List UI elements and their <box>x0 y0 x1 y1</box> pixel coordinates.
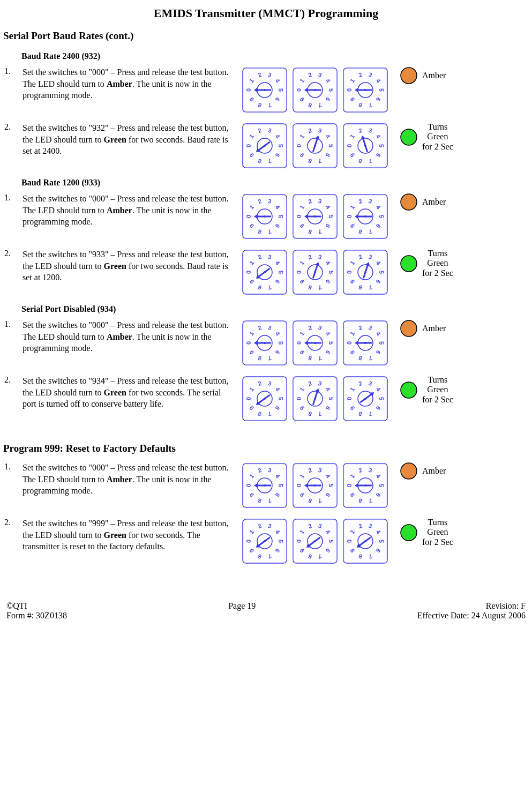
svg-point-145 <box>364 215 366 218</box>
led-status: TurnsGreenfor 2 Sec <box>398 249 518 278</box>
svg-point-48 <box>401 68 417 84</box>
svg-text:0: 0 <box>245 397 252 400</box>
svg-text:0: 0 <box>296 88 302 92</box>
step-text: Set the switches to "000" – Press and re… <box>23 66 242 101</box>
section-heading-baud: Serial Port Baud Rates (cont.) <box>3 30 529 42</box>
rotary-dial-icon: 0123456789 <box>293 250 338 295</box>
svg-text:5: 5 <box>278 88 284 92</box>
svg-text:5: 5 <box>328 484 334 487</box>
svg-text:0: 0 <box>346 341 353 345</box>
rotary-dial-icon: 0123456789 <box>293 376 338 421</box>
svg-text:5: 5 <box>278 540 284 543</box>
led-indicator-icon <box>400 381 418 399</box>
group-heading: Serial Port Disabled (934) <box>21 304 529 314</box>
svg-text:0: 0 <box>296 215 302 218</box>
led-label: Amber <box>422 466 446 476</box>
svg-point-390 <box>364 540 366 542</box>
svg-text:0: 0 <box>245 484 252 487</box>
svg-point-309 <box>264 484 266 487</box>
svg-text:5: 5 <box>378 397 385 400</box>
svg-point-391 <box>401 525 417 541</box>
instruction-step: 1. Set the switches to "000" – Press and… <box>3 193 529 239</box>
step-number: 2. <box>3 375 23 385</box>
svg-text:5: 5 <box>378 540 385 543</box>
step-text: Set the switches to "999" – Press and re… <box>23 518 242 552</box>
svg-point-113 <box>264 215 266 218</box>
svg-point-342 <box>401 463 417 479</box>
svg-text:0: 0 <box>346 540 353 543</box>
svg-text:0: 0 <box>346 144 353 147</box>
svg-point-47 <box>364 89 366 91</box>
svg-text:5: 5 <box>378 271 385 274</box>
rotary-dial-icon: 0123456789 <box>242 68 287 113</box>
svg-point-96 <box>364 145 366 147</box>
svg-text:5: 5 <box>328 341 334 345</box>
footer-left: ©QTI Form #: 30Z0138 <box>6 601 67 620</box>
led-label: TurnsGreenfor 2 Sec <box>422 249 453 278</box>
svg-point-227 <box>314 342 316 344</box>
dial-settings: 0123456789 0123456789 0123456789 <box>242 518 398 564</box>
rotary-dial-icon: 0123456789 <box>242 123 287 168</box>
svg-point-97 <box>401 129 417 145</box>
rotary-dial-icon: 0123456789 <box>242 320 287 365</box>
svg-text:0: 0 <box>296 484 302 487</box>
step-number: 2. <box>3 249 23 258</box>
page-title: EMIDS Transmitter (MMCT) Programming <box>3 6 529 20</box>
instruction-step: 1. Set the switches to "000" – Press and… <box>3 66 529 113</box>
step-text: Set the switches to "000" – Press and re… <box>23 193 242 228</box>
svg-text:5: 5 <box>328 215 334 218</box>
dial-settings: 0123456789 0123456789 0123456789 <box>242 462 398 508</box>
rotary-dial-icon: 0123456789 <box>242 250 287 295</box>
dial-settings: 0123456789 0123456789 0123456789 <box>242 375 398 421</box>
svg-point-162 <box>264 271 266 273</box>
led-label: Amber <box>422 71 446 80</box>
dial-settings: 0123456789 0123456789 0123456789 <box>242 66 398 113</box>
led-status: TurnsGreenfor 2 Sec <box>398 518 518 547</box>
instruction-step: 2. Set the switches to "999" – Press and… <box>3 518 529 564</box>
baud-groups: Baud Rate 2400 (932) 1. Set the switches… <box>3 51 529 421</box>
svg-text:0: 0 <box>346 484 353 487</box>
instruction-step: 1. Set the switches to "000" – Press and… <box>3 319 529 365</box>
led-status: TurnsGreenfor 2 Sec <box>398 122 518 152</box>
instruction-step: 2. Set the switches to "934" – Press and… <box>3 375 529 421</box>
rotary-dial-icon: 0123456789 <box>293 68 338 113</box>
led-label: TurnsGreenfor 2 Sec <box>422 122 453 152</box>
instruction-step: 2. Set the switches to "933" – Press and… <box>3 249 529 295</box>
svg-text:0: 0 <box>346 88 353 92</box>
dial-settings: 0123456789 0123456789 0123456789 <box>242 193 398 239</box>
svg-text:5: 5 <box>278 341 284 345</box>
svg-text:5: 5 <box>328 397 334 400</box>
step-text: Set the switches to "000" – Press and re… <box>23 462 242 497</box>
rotary-dial-icon: 0123456789 <box>242 463 287 508</box>
svg-text:0: 0 <box>346 215 353 218</box>
svg-point-194 <box>364 271 366 273</box>
svg-point-292 <box>364 398 366 400</box>
footer-center: Page 19 <box>228 601 256 620</box>
rotary-dial-icon: 0123456789 <box>242 376 287 421</box>
led-status: TurnsGreenfor 2 Sec <box>398 375 518 405</box>
svg-text:5: 5 <box>378 144 385 147</box>
step-text: Set the switches to "934" – Press and re… <box>23 375 242 410</box>
svg-text:5: 5 <box>328 271 334 274</box>
rotary-dial-icon: 0123456789 <box>343 519 388 564</box>
svg-point-15 <box>264 89 266 91</box>
svg-text:5: 5 <box>278 484 284 487</box>
svg-point-260 <box>264 398 266 400</box>
led-indicator-icon <box>400 66 418 85</box>
svg-point-374 <box>314 540 316 542</box>
svg-text:0: 0 <box>245 341 252 345</box>
svg-text:0: 0 <box>296 397 302 400</box>
page-footer: ©QTI Form #: 30Z0138 Page 19 Revision: F… <box>3 601 529 620</box>
svg-point-80 <box>314 145 316 147</box>
svg-point-341 <box>364 484 366 487</box>
dial-settings: 0123456789 0123456789 0123456789 <box>242 122 398 168</box>
svg-text:0: 0 <box>296 271 302 274</box>
step-number: 1. <box>3 462 23 472</box>
step-number: 1. <box>3 66 23 76</box>
svg-text:0: 0 <box>346 271 353 274</box>
svg-text:5: 5 <box>378 215 385 218</box>
led-status: Amber <box>398 319 518 338</box>
led-indicator-icon <box>400 255 418 273</box>
svg-point-146 <box>401 194 417 210</box>
svg-text:5: 5 <box>278 144 284 147</box>
